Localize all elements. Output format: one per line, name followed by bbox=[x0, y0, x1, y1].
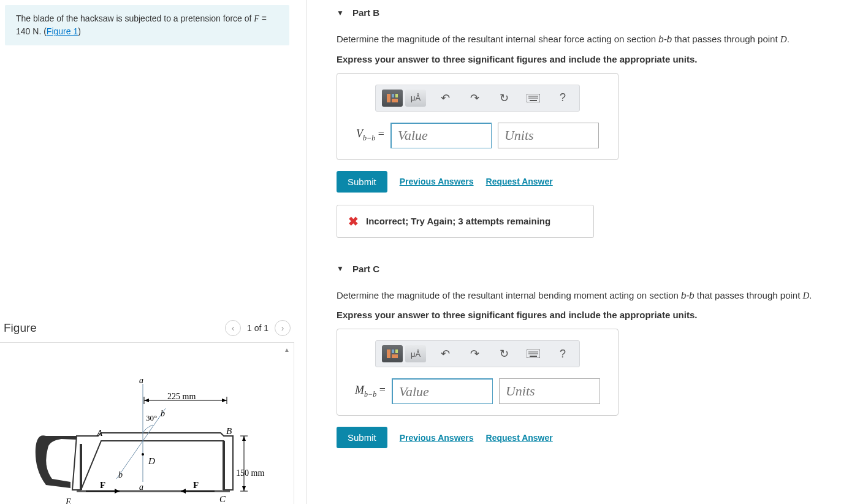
svg-rect-35 bbox=[395, 94, 398, 97]
svg-text:F: F bbox=[100, 480, 105, 490]
part-c-instruction: Express your answer to three significant… bbox=[337, 310, 868, 320]
undo-button[interactable]: ↶ bbox=[435, 89, 455, 107]
svg-rect-43 bbox=[395, 349, 398, 353]
problem-statement: The blade of the hacksaw is subjected to… bbox=[5, 5, 289, 45]
part-b-feedback: ✖ Incorrect; Try Again; 3 attempts remai… bbox=[337, 205, 594, 238]
svg-marker-27 bbox=[242, 486, 246, 491]
svg-text:C: C bbox=[219, 494, 226, 504]
svg-rect-44 bbox=[392, 354, 398, 358]
part-c-value-input[interactable] bbox=[392, 378, 493, 404]
svg-text:A: A bbox=[96, 428, 103, 438]
svg-text:a: a bbox=[139, 483, 143, 492]
force-var: F bbox=[254, 14, 259, 23]
part-b-answer-box: μÅ ↶ ↷ ↻ ? Vb−b = bbox=[337, 73, 619, 160]
svg-marker-21 bbox=[222, 399, 227, 402]
keyboard-button[interactable] bbox=[523, 345, 544, 363]
svg-rect-41 bbox=[387, 349, 390, 358]
part-b-feedback-text: Incorrect; Try Again; 3 attempts remaini… bbox=[366, 216, 550, 226]
keyboard-button[interactable] bbox=[523, 89, 544, 107]
svg-text:30°: 30° bbox=[146, 413, 157, 422]
part-b-instruction: Express your answer to three significant… bbox=[337, 54, 868, 64]
caret-down-icon: ▼ bbox=[337, 9, 344, 17]
figure-prev-button[interactable]: ‹ bbox=[225, 320, 241, 336]
part-c-answer-box: μÅ ↶ ↷ ↻ ? Mb−b = bbox=[337, 329, 619, 416]
svg-text:E: E bbox=[65, 497, 71, 504]
svg-rect-42 bbox=[392, 349, 394, 353]
svg-marker-3 bbox=[115, 489, 120, 494]
period: . ( bbox=[39, 26, 46, 36]
help-button[interactable]: ? bbox=[552, 345, 573, 363]
units-button[interactable]: μÅ bbox=[405, 345, 426, 362]
close-paren: ) bbox=[78, 26, 81, 36]
part-c-previous-answers-link[interactable]: Previous Answers bbox=[400, 433, 474, 443]
svg-text:b: b bbox=[161, 409, 165, 418]
redo-button[interactable]: ↷ bbox=[464, 89, 485, 107]
part-c-units-input[interactable] bbox=[499, 378, 600, 404]
svg-rect-33 bbox=[387, 94, 390, 102]
svg-text:150 mm: 150 mm bbox=[236, 468, 264, 478]
units-button[interactable]: μÅ bbox=[405, 90, 426, 107]
part-c-title: Part C bbox=[352, 264, 379, 274]
svg-rect-34 bbox=[392, 94, 394, 97]
figure-title: Figure bbox=[4, 321, 37, 335]
redo-button[interactable]: ↷ bbox=[464, 345, 485, 363]
svg-marker-5 bbox=[181, 489, 186, 494]
figure-link[interactable]: Figure 1 bbox=[47, 26, 78, 36]
svg-text:F: F bbox=[193, 480, 199, 490]
scroll-up-icon[interactable]: ▲ bbox=[281, 346, 292, 357]
svg-text:b: b bbox=[118, 470, 123, 479]
svg-rect-36 bbox=[392, 99, 398, 102]
part-b-submit-button[interactable]: Submit bbox=[337, 171, 387, 193]
hacksaw-diagram: F F a a b b D 30° bbox=[18, 375, 276, 504]
force-unit: N bbox=[32, 26, 39, 36]
part-c-header[interactable]: ▼ Part C bbox=[337, 256, 868, 281]
caret-down-icon: ▼ bbox=[337, 264, 344, 273]
part-c-submit-button[interactable]: Submit bbox=[337, 427, 387, 448]
part-c-var-label: Mb−b = bbox=[355, 384, 386, 399]
svg-text:225 mm: 225 mm bbox=[167, 392, 196, 401]
part-b-title: Part B bbox=[352, 7, 379, 18]
svg-text:D: D bbox=[148, 456, 155, 466]
part-b-toolbar: μÅ ↶ ↷ ↻ ? bbox=[375, 85, 580, 112]
part-c-prompt: Determine the magnitude of the resultant… bbox=[337, 288, 868, 304]
part-c-request-answer-link[interactable]: Request Answer bbox=[486, 433, 553, 443]
part-b-header[interactable]: ▼ Part B bbox=[337, 0, 868, 25]
help-button[interactable]: ? bbox=[552, 89, 573, 107]
svg-point-14 bbox=[142, 453, 144, 456]
incorrect-icon: ✖ bbox=[348, 214, 359, 229]
part-b-var-label: Vb−b = bbox=[356, 128, 384, 143]
part-b-section: ▼ Part B Determine the magnitude of the … bbox=[337, 0, 868, 238]
svg-text:a: a bbox=[139, 376, 143, 385]
svg-marker-20 bbox=[144, 399, 149, 402]
figure-next-button[interactable]: › bbox=[275, 320, 291, 336]
svg-marker-26 bbox=[242, 436, 246, 441]
template-grid-button[interactable] bbox=[382, 345, 403, 362]
part-b-prompt: Determine the magnitude of the resultant… bbox=[337, 31, 868, 48]
part-b-request-answer-link[interactable]: Request Answer bbox=[486, 177, 553, 186]
undo-button[interactable]: ↶ bbox=[435, 345, 455, 363]
reset-button[interactable]: ↻ bbox=[493, 89, 514, 107]
svg-point-0 bbox=[49, 448, 66, 477]
svg-line-11 bbox=[116, 408, 166, 479]
part-c-toolbar: μÅ ↶ ↷ ↻ ? bbox=[375, 340, 580, 367]
part-c-section: ▼ Part C Determine the magnitude of the … bbox=[337, 256, 868, 449]
reset-button[interactable]: ↻ bbox=[493, 345, 514, 363]
figure-count: 1 of 1 bbox=[247, 323, 268, 333]
figure-panel: Figure ‹ 1 of 1 › ▲ bbox=[0, 308, 294, 504]
part-b-units-input[interactable] bbox=[498, 123, 599, 148]
part-b-value-input[interactable] bbox=[390, 123, 492, 148]
svg-text:B: B bbox=[226, 426, 232, 436]
template-grid-button[interactable] bbox=[382, 90, 403, 107]
problem-text: The blade of the hacksaw is subjected to… bbox=[16, 13, 254, 23]
part-b-previous-answers-link[interactable]: Previous Answers bbox=[400, 177, 474, 186]
